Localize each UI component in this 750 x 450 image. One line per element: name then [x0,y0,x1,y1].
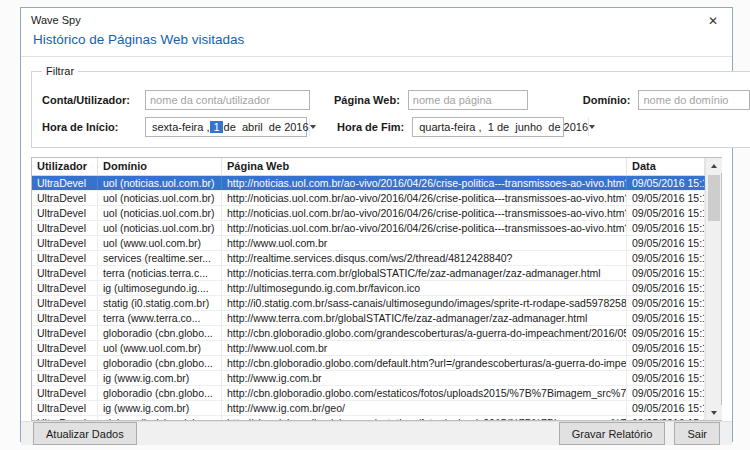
table-row[interactable]: UltraDevel globoradio (cbn.globo... http… [32,386,705,401]
table-row[interactable]: UltraDevel ig (www.ig.com.br) http://www… [32,371,705,386]
cell-url: http://cbn.globoradio.globo.com/estatico… [222,386,627,400]
end-date-picker[interactable]: quarta-feira , 1 de junho de 2016 [412,117,564,137]
cell-url: http://cbn.globoradio.globo.com/estatico… [222,416,627,420]
page-web-label: Página Web: [334,94,400,106]
column-header-data[interactable]: Data [627,158,705,175]
footer-bar: Atualizar Dados Gravar Relatório Sair [21,421,732,445]
column-header-utilizador[interactable]: Utilizador [32,158,98,175]
cell-domain: uol (www.uol.com.br) [98,341,222,355]
table-row[interactable]: UltraDevel ig (ultimosegundo.ig.... http… [32,281,705,296]
cell-url: http://www.uol.com.br [222,341,627,355]
cell-user: UltraDevel [32,371,98,385]
cell-date: 09/05/2016 15:17 [627,221,705,235]
footer-right-buttons: Gravar Relatório Sair [559,422,720,445]
filter-legend: Filtrar [42,65,78,77]
cell-user: UltraDevel [32,326,98,340]
chevron-down-icon[interactable] [309,118,316,136]
cell-date: 09/05/2016 15:14 [627,341,705,355]
save-report-button[interactable]: Gravar Relatório [559,422,666,445]
cell-date: 09/05/2016 15:15 [627,281,705,295]
cell-date: 09/05/2016 15:17 [627,236,705,250]
cell-url: http://noticias.uol.com.br/ao-vivo/2016/… [222,176,627,190]
cell-url: http://www.ig.com.br [222,371,627,385]
filter-row-text: Conta/Utilizador: Página Web: Domínio: [42,90,750,110]
cell-domain: ig (ultimosegundo.ig.... [98,281,222,295]
cell-url: http://realtime.services.disqus.com/ws/2… [222,251,627,265]
cell-user: UltraDevel [32,416,98,420]
cell-url: http://www.uol.com.br [222,236,627,250]
filter-row-dates: Hora de Início: sexta-feira , 1 de abril… [42,117,750,137]
cell-user: UltraDevel [32,191,98,205]
cell-user: UltraDevel [32,236,98,250]
table-row[interactable]: UltraDevel globoradio (cbn.globo... http… [32,326,705,341]
cell-user: UltraDevel [32,251,98,265]
cell-date: 09/05/2016 15:14 [627,356,705,370]
table-row[interactable]: UltraDevel uol (noticias.uol.com.br) htt… [32,176,705,191]
cell-date: 09/05/2016 15:16 [627,251,705,265]
cell-url: http://cbn.globoradio.globo.com/default.… [222,356,627,370]
history-table: Utilizador Domínio Página Web Data Ultra… [31,157,722,421]
table-row[interactable]: UltraDevel uol (www.uol.com.br) http://w… [32,341,705,356]
account-input[interactable] [145,90,310,110]
cell-url: http://cbn.globoradio.globo.com/grandesc… [222,326,627,340]
table-row[interactable]: UltraDevel ig (www.ig.com.br) http://www… [32,401,705,416]
cell-user: UltraDevel [32,206,98,220]
table-row[interactable]: UltraDevel uol (noticias.uol.com.br) htt… [32,206,705,221]
start-time-label: Hora de Início: [42,121,137,133]
table-row[interactable]: UltraDevel terra (www.terra.co... http:/… [32,311,705,326]
vertical-scrollbar[interactable] [705,158,721,420]
cell-domain: globoradio (cbn.globo... [98,386,222,400]
table-row[interactable]: UltraDevel terra (noticias.terra.c... ht… [32,266,705,281]
cell-user: UltraDevel [32,221,98,235]
scrollbar-thumb[interactable] [708,175,720,221]
cell-domain: uol (noticias.uol.com.br) [98,206,222,220]
title-bar: Wave Spy ✕ [21,8,732,26]
start-date-picker[interactable]: sexta-feira , 1 de abril de 2016 [145,117,307,137]
cell-url: http://i0.statig.com.br/sass-canais/ulti… [222,296,627,310]
start-date-suffix: de abril de 2016 [224,121,309,133]
table-row[interactable]: UltraDevel uol (noticias.uol.com.br) htt… [32,221,705,236]
cell-url: http://www.ig.com.br/geo/ [222,401,627,415]
chevron-down-icon[interactable] [588,118,595,136]
end-date-suffix: de junho de 2016 [497,121,588,133]
table-row[interactable]: UltraDevel statig (i0.statig.com.br) htt… [32,296,705,311]
table-row[interactable]: UltraDevel globoradio (cbn.globo... http… [32,416,705,420]
close-icon[interactable]: ✕ [704,12,722,30]
filter-group: Filtrar Conta/Utilizador: Página Web: Do… [31,65,750,148]
scrollbar-track[interactable] [706,173,722,405]
scroll-up-icon[interactable] [706,158,722,173]
scroll-down-icon[interactable] [706,405,722,420]
page-web-input[interactable] [408,90,528,110]
cell-user: UltraDevel [32,356,98,370]
window-title: Wave Spy [31,14,81,26]
separator [21,56,732,57]
end-date-prefix: quarta-feira , 1 [419,121,497,133]
cell-user: UltraDevel [32,386,98,400]
cell-domain: globoradio (cbn.globo... [98,356,222,370]
cell-url: http://noticias.uol.com.br/ao-vivo/2016/… [222,206,627,220]
cell-date: 09/05/2016 15:17 [627,191,705,205]
table-row[interactable]: UltraDevel uol (www.uol.com.br) http://w… [32,236,705,251]
cell-date: 09/05/2016 15:15 [627,311,705,325]
cell-date: 09/05/2016 15:18 [627,176,705,190]
cell-date: 09/05/2016 15:16 [627,266,705,280]
exit-button[interactable]: Sair [674,422,720,445]
domain-input[interactable] [638,90,750,110]
cell-user: UltraDevel [32,266,98,280]
history-rows: UltraDevel uol (noticias.uol.com.br) htt… [32,176,705,420]
end-time-label: Hora de Fim: [337,121,404,133]
column-header-pagina-web[interactable]: Página Web [222,158,627,175]
refresh-data-button[interactable]: Atualizar Dados [33,422,137,445]
table-row[interactable]: UltraDevel uol (noticias.uol.com.br) htt… [32,191,705,206]
table-row[interactable]: UltraDevel services (realtime.ser... htt… [32,251,705,266]
column-header-dominio[interactable]: Domínio [98,158,222,175]
cell-domain: services (realtime.ser... [98,251,222,265]
cell-domain: terra (noticias.terra.c... [98,266,222,280]
cell-url: http://noticias.uol.com.br/ao-vivo/2016/… [222,221,627,235]
start-date-day-selected[interactable]: 1 [210,121,222,133]
cell-date: 09/05/2016 15:14 [627,416,705,420]
cell-domain: terra (www.terra.co... [98,311,222,325]
cell-url: http://ultimosegundo.ig.com.br/favicon.i… [222,281,627,295]
table-row[interactable]: UltraDevel globoradio (cbn.globo... http… [32,356,705,371]
cell-date: 09/05/2016 15:15 [627,296,705,310]
